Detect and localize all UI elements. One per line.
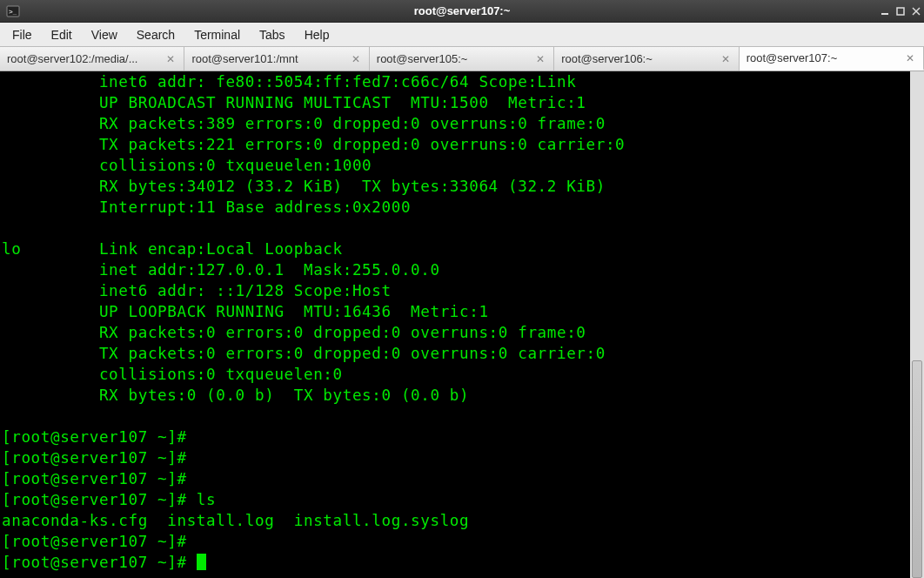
- menu-bar: File Edit View Search Terminal Tabs Help: [0, 23, 924, 47]
- tab-server105[interactable]: root@server105:~ ✕: [370, 47, 554, 71]
- tab-server102[interactable]: root@server102:/media/... ✕: [0, 47, 184, 71]
- menu-help[interactable]: Help: [296, 24, 338, 45]
- cursor: [197, 554, 206, 570]
- terminal-icon: >_: [5, 3, 21, 19]
- close-icon[interactable]: ✕: [350, 53, 362, 65]
- menu-terminal[interactable]: Terminal: [185, 24, 249, 45]
- menu-search[interactable]: Search: [128, 24, 184, 45]
- tab-server101[interactable]: root@server101:/mnt ✕: [184, 47, 369, 71]
- minimize-button[interactable]: [877, 3, 893, 19]
- terminal-output[interactable]: inet6 addr: fe80::5054:ff:fed7:c66c/64 S…: [0, 71, 910, 578]
- menu-tabs[interactable]: Tabs: [251, 24, 294, 45]
- tab-server106[interactable]: root@server106:~ ✕: [554, 47, 739, 71]
- close-icon[interactable]: ✕: [534, 53, 546, 65]
- maximize-button[interactable]: [893, 3, 908, 19]
- tab-label: root@server101:/mnt: [191, 52, 345, 65]
- close-button[interactable]: [908, 3, 924, 19]
- close-icon[interactable]: ✕: [904, 52, 916, 64]
- terminal-tabs: root@server102:/media/... ✕ root@server1…: [0, 47, 924, 71]
- window-title: root@server107:~: [0, 4, 924, 17]
- tab-label: root@server105:~: [377, 52, 531, 65]
- close-icon[interactable]: ✕: [164, 53, 177, 65]
- menu-file[interactable]: File: [3, 24, 41, 45]
- tab-label: root@server107:~: [747, 51, 901, 64]
- scrollbar[interactable]: [910, 71, 924, 578]
- close-icon[interactable]: ✕: [720, 53, 732, 65]
- menu-view[interactable]: View: [83, 24, 126, 45]
- svg-rect-2: [881, 13, 888, 15]
- svg-rect-3: [897, 8, 904, 15]
- tab-label: root@server106:~: [561, 52, 715, 65]
- tab-server107[interactable]: root@server107:~ ✕: [740, 47, 924, 71]
- svg-text:>_: >_: [9, 8, 17, 16]
- window-titlebar: >_ root@server107:~: [0, 0, 924, 23]
- menu-edit[interactable]: Edit: [43, 24, 81, 45]
- scroll-thumb[interactable]: [912, 360, 922, 578]
- tab-label: root@server102:/media/...: [7, 52, 161, 65]
